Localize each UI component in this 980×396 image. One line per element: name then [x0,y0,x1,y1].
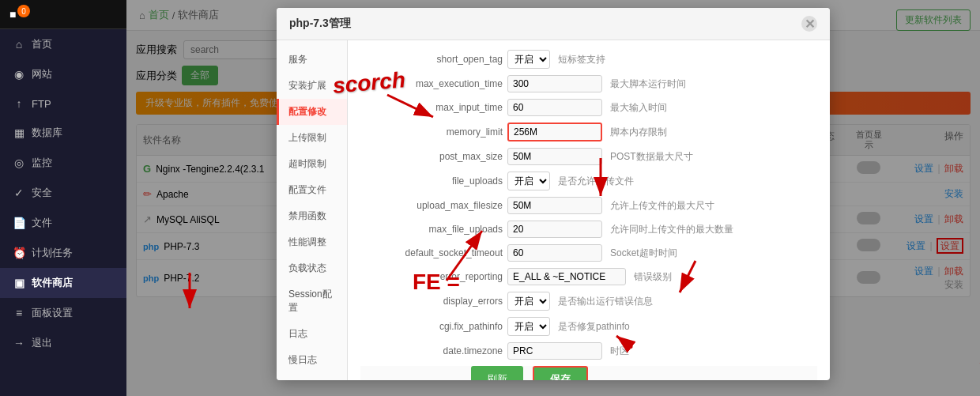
cron-icon: ⏰ [13,247,25,259]
modal-tab-extensions[interactable]: 安装扩展 [277,73,347,99]
config-select-cgi-fix[interactable]: 开启关闭 [507,317,550,336]
settings-icon: ≡ [13,307,25,319]
config-row-error-reporting: error_reporting 错误级别 [360,268,817,285]
config-input-memory-limit[interactable] [507,123,602,141]
sidebar-label-cron: 计划任务 [32,246,73,260]
config-key-error-reporting: error_reporting [360,271,503,282]
config-input-max-input[interactable] [507,99,602,116]
config-desc-upload-max: 允许上传文件的最大尺寸 [610,199,714,213]
config-key-file-uploads: file_uploads [360,175,503,187]
sidebar-label-database: 数据库 [32,126,62,140]
sidebar-label-monitor: 监控 [32,156,52,170]
modal-config-main: short_open_tag 开启关闭 短标签支持 max_execution_… [348,40,830,380]
config-key-display-errors: display_errors [360,296,503,307]
security-icon: ✓ [13,187,25,199]
modal-tab-service[interactable]: 服务 [277,47,347,73]
config-input-max-exec[interactable] [507,75,602,92]
config-desc-memory-limit: 脚本内存限制 [610,126,667,139]
config-desc-socket-timeout: Socket超时时间 [610,247,677,260]
sidebar-label-home: 首页 [32,37,52,51]
sidebar-label-files: 文件 [32,216,52,230]
modal-tab-load[interactable]: 负载状态 [277,255,347,281]
notification-badge: 0 [17,5,30,17]
config-key-max-file-uploads: max_file_uploads [360,224,503,235]
sidebar-item-database[interactable]: ▦ 数据库 [0,118,126,148]
config-input-timezone[interactable] [507,342,602,360]
ftp-icon: ↑ [13,97,25,110]
monitor-icon: ◎ [13,157,25,169]
sidebar-item-files[interactable]: 📄 文件 [0,208,126,238]
modal-tab-timeout[interactable]: 超时限制 [277,151,347,177]
save-button[interactable]: 保存 [533,366,588,380]
config-desc-short-open-tag: 短标签支持 [558,53,605,66]
config-key-short-open-tag: short_open_tag [360,54,503,65]
modal-tab-perf[interactable]: 性能调整 [277,229,347,255]
home-icon: ⌂ [13,38,25,51]
sidebar-item-appstore[interactable]: ▣ 软件商店 [0,268,126,298]
sidebar-header: ■ 0 [0,0,126,29]
config-desc-timezone: 时区 [610,345,629,358]
config-row-timezone: date.timezone 时区 [360,342,817,360]
config-key-upload-max: upload_max_filesize [360,200,503,211]
config-row-short-open-tag: short_open_tag 开启关闭 短标签支持 [360,50,817,69]
sidebar-item-home[interactable]: ⌂ 首页 [0,29,126,59]
sidebar-item-website[interactable]: ◉ 网站 [0,59,126,89]
sidebar-item-logout[interactable]: → 退出 [0,328,126,358]
config-desc-max-input: 最大输入时间 [610,101,667,115]
modal-tab-session[interactable]: Session配置 [277,281,347,321]
main-content: ⌂ 首页 / 软件商店 应用搜索 应用分类 全部 升级专业版，所有插件，免费使 … [126,0,980,396]
reset-button[interactable]: 刷新 [471,366,523,380]
sidebar-label-settings: 面板设置 [32,306,73,320]
config-select-display-errors[interactable]: 开启关闭 [507,292,550,311]
config-row-cgi-fix: cgi.fix_pathinfo 开启关闭 是否修复pathinfo [360,317,817,336]
config-row-upload-max: upload_max_filesize 允许上传文件的最大尺寸 [360,197,817,214]
config-row-max-input: max_input_time 最大输入时间 [360,99,817,116]
sidebar-label-website: 网站 [32,67,52,81]
appstore-icon: ▣ [13,277,25,289]
config-row-max-exec: max_execution_time 最大脚本运行时间 [360,75,817,92]
modal-header: php-7.3管理 ✕ [277,8,830,40]
modal-tab-config[interactable]: 配置修改 [277,99,347,125]
config-key-cgi-fix: cgi.fix_pathinfo [360,321,503,332]
config-input-max-file-uploads[interactable] [507,221,602,238]
logout-icon: → [13,337,25,349]
sidebar-item-cron[interactable]: ⏰ 计划任务 [0,238,126,268]
files-icon: 📄 [13,217,25,229]
config-key-socket-timeout: default_socket_timeout [360,247,503,258]
sidebar-item-settings[interactable]: ≡ 面板设置 [0,298,126,328]
database-icon: ▦ [13,126,25,139]
modal-body: 服务 安装扩展 配置修改 上传限制 超时限制 配置文件 禁用函数 性能调整 负载… [277,40,830,380]
modal-tab-upload[interactable]: 上传限制 [277,125,347,151]
config-input-error-reporting[interactable] [507,268,626,285]
config-input-post-max[interactable] [507,148,602,165]
sidebar-item-ftp[interactable]: ↑ FTP [0,89,126,118]
modal-footer: 刷新 保存 [360,366,817,380]
config-key-post-max: post_max_size [360,151,503,162]
config-desc-max-exec: 最大脚本运行时间 [610,77,686,91]
sidebar-item-security[interactable]: ✓ 安全 [0,178,126,208]
php-modal: php-7.3管理 ✕ 服务 安装扩展 配置修改 上传限制 超时限制 配置文件 … [277,8,830,380]
config-key-memory-limit: memory_limit [360,126,503,138]
config-select-file-uploads[interactable]: 开启关闭 [507,172,550,190]
modal-tab-disable[interactable]: 禁用函数 [277,203,347,229]
config-desc-cgi-fix: 是否修复pathinfo [558,320,630,334]
config-row-memory-limit: memory_limit 脚本内存限制 [360,123,817,141]
config-row-post-max: post_max_size POST数据最大尺寸 [360,148,817,165]
config-input-upload-max[interactable] [507,197,602,214]
sidebar-label-logout: 退出 [32,336,52,350]
modal-tab-log[interactable]: 日志 [277,321,347,347]
modal-close-button[interactable]: ✕ [801,16,817,32]
modal-title: php-7.3管理 [289,17,351,31]
modal-tab-configfile[interactable]: 配置文件 [277,177,347,203]
modal-tab-slowlog[interactable]: 慢日志 [277,347,347,373]
config-select-short-open-tag[interactable]: 开启关闭 [507,50,550,69]
logo-icon: ■ [9,8,16,21]
sidebar-label-ftp: FTP [32,98,51,110]
config-desc-max-file-uploads: 允许同时上传文件的最大数量 [610,223,733,236]
config-input-socket-timeout[interactable] [507,244,602,262]
config-row-max-file-uploads: max_file_uploads 允许同时上传文件的最大数量 [360,221,817,238]
sidebar-item-monitor[interactable]: ◎ 监控 [0,148,126,178]
config-key-timezone: date.timezone [360,345,503,356]
config-desc-file-uploads: 是否允许上传文件 [558,175,634,188]
sidebar: ■ 0 ⌂ 首页 ◉ 网站 ↑ FTP ▦ 数据库 ◎ 监控 ✓ 安全 📄 文件… [0,0,126,396]
